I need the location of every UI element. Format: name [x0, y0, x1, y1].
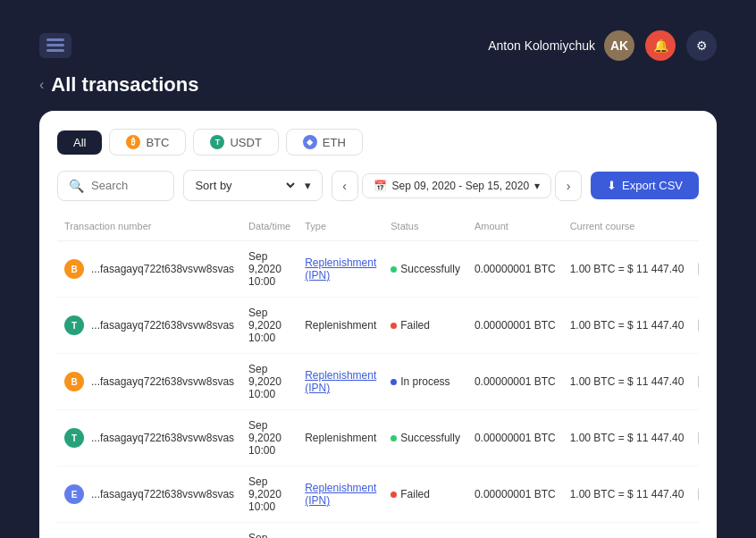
user-name: Anton Kolomiychuk [488, 38, 595, 53]
svg-rect-0 [46, 38, 64, 41]
status-dot [391, 323, 397, 329]
col-amount: Amount [467, 215, 563, 241]
usdt-icon: T [210, 135, 224, 149]
row-checkbox-cell [691, 354, 699, 410]
avatar: AK [604, 30, 634, 61]
page-header: ‹ All transactions [39, 73, 717, 97]
row-checkbox-cell [691, 298, 699, 354]
row-checkbox-cell [691, 467, 699, 523]
svg-rect-2 [46, 49, 64, 52]
row-checkbox-cell [691, 410, 699, 467]
sort-by-label: Sort by [195, 179, 231, 192]
row-checkbox[interactable] [698, 486, 699, 502]
row-checkbox[interactable] [698, 261, 699, 277]
type-link[interactable]: Replenishment (IPN) [305, 256, 376, 282]
course-cell: 1.00 BTC = $ 11 447.40 [563, 467, 692, 523]
tab-all[interactable]: All [57, 130, 102, 155]
tab-eth-label: ETH [323, 136, 346, 149]
tx-hash: ...fasagayq722t638vsvw8svas [91, 375, 234, 388]
gear-icon: ⚙ [696, 38, 708, 53]
tab-eth[interactable]: ◆ ETH [286, 129, 363, 156]
tab-btc-label: BTC [146, 136, 169, 149]
table-row: E ...fasagayq722t638vsvw8svas Sep 9,2020… [57, 467, 699, 523]
eth-icon: ◆ [303, 135, 317, 149]
status-label: Successfully [400, 263, 460, 275]
col-course: Current course [563, 215, 692, 241]
status-label: Failed [400, 319, 430, 332]
coin-icon: E [64, 484, 84, 504]
chevron-down-icon: ▾ [305, 179, 311, 192]
type-cell[interactable]: Replenishment (IPN) [298, 523, 383, 539]
col-status: Status [383, 215, 467, 241]
amount-cell: 0.00000001 BTC [467, 410, 563, 467]
chevron-down-icon-date: ▾ [534, 180, 540, 192]
topbar: Anton Kolomiychuk AK 🔔 ⚙ [18, 18, 738, 73]
amount-cell: 0.00000001 BTC [467, 354, 563, 410]
page-title: All transactions [51, 73, 198, 97]
date-navigation: ‹ 📅 Sep 09, 2020 - Sep 15, 2020 ▾ › [332, 171, 582, 201]
datetime-cell: Sep 9,2020 10:00 [241, 523, 298, 539]
row-checkbox[interactable] [698, 374, 699, 390]
tab-usdt[interactable]: T USDT [193, 129, 278, 156]
status-dot [391, 379, 397, 385]
tx-number-cell: B ...fasagayq722t638vsvw8svas [57, 241, 241, 298]
col-tx-number: Transaction number [57, 215, 241, 241]
search-input[interactable] [91, 179, 163, 192]
status-dot [391, 492, 397, 498]
row-checkbox[interactable] [698, 430, 699, 446]
status-dot [391, 266, 397, 273]
date-next-button[interactable]: › [555, 171, 582, 201]
type-cell[interactable]: Replenishment (IPN) [298, 354, 383, 410]
status-dot [391, 435, 397, 441]
back-button[interactable]: ‹ [39, 77, 44, 93]
coin-icon: T [64, 315, 84, 335]
row-checkbox-cell [691, 523, 699, 539]
datetime-cell: Sep 9,2020 10:00 [241, 410, 298, 467]
main-content: ‹ All transactions All ₿ BTC T USDT ◆ [18, 73, 738, 538]
settings-button[interactable]: ⚙ [686, 30, 717, 61]
search-box: 🔍 [57, 171, 174, 201]
amount-cell: 0.00000001 BTC [467, 523, 563, 539]
type-cell[interactable]: Replenishment (IPN) [298, 241, 383, 298]
notification-button[interactable]: 🔔 [645, 30, 676, 61]
table-row: T ...fasagayq722t638vsvw8svas Sep 9,2020… [57, 298, 699, 354]
export-csv-button[interactable]: ⬇ Export CSV [591, 172, 699, 199]
bell-icon: 🔔 [653, 38, 668, 53]
toolbar: 🔍 Sort by Date Amount Status ▾ ‹ [57, 170, 699, 201]
table-row: B ...fasagayq722t638vsvw8svas Sep 9,2020… [57, 523, 699, 539]
status-cell: Queue [383, 523, 467, 539]
type-text: Replenishment [305, 319, 376, 332]
tx-number-cell: T ...fasagayq722t638vsvw8svas [57, 298, 241, 354]
type-link[interactable]: Replenishment (IPN) [305, 482, 376, 507]
amount-cell: 0.00000001 BTC [467, 298, 563, 354]
status-cell: Successfully [383, 410, 467, 467]
type-cell[interactable]: Replenishment (IPN) [298, 467, 383, 523]
tx-number-cell: B ...fasagayq722t638vsvw8svas [57, 354, 241, 410]
course-cell: 1.00 BTC = $ 11 447.40 [563, 354, 692, 410]
coin-icon: B [64, 259, 84, 279]
sort-dropdown[interactable]: Date Amount Status [239, 178, 298, 193]
tx-number-cell: B ...fasagayq722t638vsvw8svas [57, 523, 241, 539]
type-link[interactable]: Replenishment (IPN) [305, 369, 376, 394]
type-text: Replenishment [305, 432, 376, 444]
tx-number-cell: T ...fasagayq722t638vsvw8svas [57, 410, 241, 467]
chevron-left-icon: ‹ [342, 179, 347, 193]
topbar-right: Anton Kolomiychuk AK 🔔 ⚙ [488, 30, 717, 61]
date-prev-button[interactable]: ‹ [332, 171, 358, 201]
row-checkbox[interactable] [698, 317, 699, 333]
status-cell: Successfully [383, 241, 467, 298]
tab-btc[interactable]: ₿ BTC [109, 129, 186, 156]
date-range[interactable]: 📅 Sep 09, 2020 - Sep 15, 2020 ▾ [362, 173, 551, 198]
tx-hash: ...fasagayq722t638vsvw8svas [91, 263, 234, 275]
status-cell: Failed [383, 298, 467, 354]
svg-rect-1 [46, 44, 64, 46]
sort-select-wrapper: Sort by Date Amount Status ▾ [183, 170, 322, 201]
status-cell: Failed [383, 467, 467, 523]
status-label: Successfully [400, 432, 460, 444]
table-row: B ...fasagayq722t638vsvw8svas Sep 9,2020… [57, 241, 699, 298]
transactions-table: Transaction number Data/time Type Status… [57, 215, 699, 538]
user-info: Anton Kolomiychuk AK [488, 30, 634, 61]
screen: Anton Kolomiychuk AK 🔔 ⚙ ‹ All transacti… [18, 18, 738, 538]
tx-hash: ...fasagayq722t638vsvw8svas [91, 319, 234, 332]
row-checkbox-cell [691, 241, 699, 298]
